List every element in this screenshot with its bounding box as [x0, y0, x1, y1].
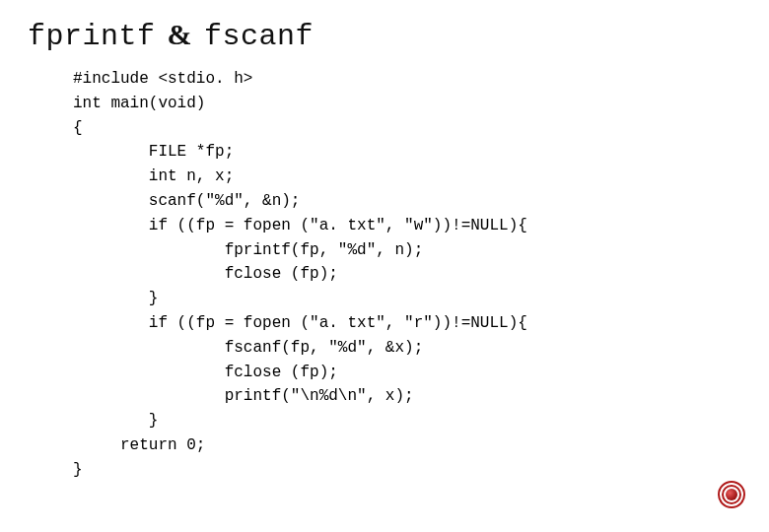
title-part-1: fprintf	[28, 20, 156, 53]
title-part-2: fscanf	[204, 20, 314, 53]
slide-title: fprintf & fscanf	[28, 18, 741, 53]
title-ampersand: &	[164, 18, 197, 50]
code-block: #include <stdio. h> int main(void) { FIL…	[73, 67, 741, 483]
slide: fprintf & fscanf #include <stdio. h> int…	[0, 0, 769, 532]
target-icon	[718, 481, 745, 508]
